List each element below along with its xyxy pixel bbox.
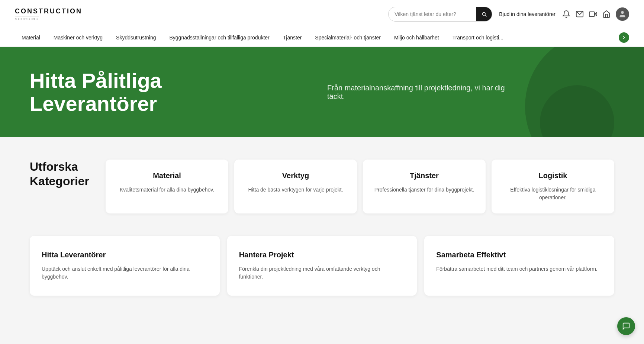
category-card-logistik-desc: Effektiva logistiklösningar för smidiga … [500, 186, 605, 202]
categories-heading: Utforska Kategorier [30, 160, 97, 188]
nav-item-tjanster[interactable]: Tjänster [276, 28, 309, 47]
mail-icon[interactable] [576, 10, 584, 18]
bottom-card-samarbeta[interactable]: Samarbeta Effektivt Förbättra samarbetet… [424, 236, 614, 296]
category-card-material-title: Material [115, 171, 219, 180]
nav-item-skydd[interactable]: Skyddsutrustning [109, 28, 162, 47]
svg-point-3 [621, 11, 624, 13]
nav-item-miljo[interactable]: Miljö och hållbarhet [387, 28, 446, 47]
main-nav: Material Maskiner och verktyg Skyddsutru… [0, 28, 644, 47]
logo: CONSTRUCTION SOURCING [15, 7, 82, 21]
hero-content: Hitta Pålitliga Leverantörer [30, 69, 290, 115]
search-icon [481, 11, 487, 17]
category-card-material[interactable]: Material Kvalitetsmaterial för alla dina… [106, 160, 228, 213]
hero-tagline: Från materialnanskaffning till projektle… [327, 84, 513, 101]
user-icon [618, 10, 627, 18]
logo-subtitle: SOURCING [15, 16, 39, 21]
bottom-card-hantera-desc: Förenkla din projektledning med våra omf… [239, 265, 405, 281]
category-card-tjanster-title: Tjänster [372, 171, 477, 180]
nav-item-special[interactable]: Specialmaterial- och tjänster [308, 28, 387, 47]
category-card-verktyg-desc: Hitta de bästa verktygen för varje proje… [243, 186, 348, 194]
nav-item-bygg[interactable]: Byggnadsställningar och tillfälliga prod… [162, 28, 276, 47]
svg-marker-1 [595, 12, 597, 16]
bottom-card-hitta-desc: Upptäck och anslut enkelt med pålitliga … [42, 265, 208, 281]
category-card-material-desc: Kvalitetsmaterial för alla dina byggbeho… [115, 186, 219, 194]
search-input[interactable] [389, 11, 476, 17]
category-cards: Material Kvalitetsmaterial för alla dina… [106, 160, 614, 213]
bottom-card-hitta[interactable]: Hitta Leverantörer Upptäck och anslut en… [30, 236, 220, 296]
video-icon[interactable] [589, 10, 597, 18]
category-card-tjanster[interactable]: Tjänster Professionella tjänster för din… [363, 160, 486, 213]
hero-section: Hitta Pålitliga Leverantörer Från materi… [0, 47, 644, 137]
nav-items: Material Maskiner och verktyg Skyddsutru… [15, 28, 619, 47]
nav-item-maskiner[interactable]: Maskiner och verktyg [47, 28, 109, 47]
avatar[interactable] [616, 7, 629, 21]
header-right: Bjud in dina leverantörer [388, 7, 629, 22]
header-icons [562, 7, 629, 21]
categories-section: Utforska Kategorier Material Kvalitetsma… [0, 137, 644, 236]
search-bar[interactable] [388, 7, 492, 22]
category-card-logistik[interactable]: Logistik Effektiva logistiklösningar för… [492, 160, 614, 213]
nav-item-transport[interactable]: Transport och logisti... [446, 28, 510, 47]
bottom-card-hitta-title: Hitta Leverantörer [42, 251, 208, 259]
categories-row: Utforska Kategorier Material Kvalitetsma… [30, 160, 614, 213]
category-card-logistik-title: Logistik [500, 171, 605, 180]
hero-title: Hitta Pålitliga Leverantörer [30, 69, 290, 115]
bottom-card-samarbeta-desc: Förbättra samarbetet med ditt team och p… [436, 265, 602, 273]
category-card-verktyg[interactable]: Verktyg Hitta de bästa verktygen för var… [234, 160, 357, 213]
search-button[interactable] [476, 7, 492, 22]
bottom-cards: Hitta Leverantörer Upptäck och anslut en… [30, 236, 614, 296]
bottom-card-samarbeta-title: Samarbeta Effektivt [436, 251, 602, 259]
category-card-tjanster-desc: Professionella tjänster för dina byggpro… [372, 186, 477, 194]
nav-item-material[interactable]: Material [15, 28, 47, 47]
category-card-verktyg-title: Verktyg [243, 171, 348, 180]
chevron-right-icon [621, 35, 627, 40]
categories-title: Utforska Kategorier [30, 160, 97, 188]
invite-link[interactable]: Bjud in dina leverantörer [499, 11, 556, 17]
bottom-card-hantera[interactable]: Hantera Projekt Förenkla din projektledn… [227, 236, 417, 296]
bottom-section: Hitta Leverantörer Upptäck och anslut en… [0, 236, 644, 318]
nav-more-button[interactable] [619, 32, 629, 43]
bell-icon[interactable] [562, 10, 570, 18]
svg-rect-2 [589, 12, 595, 16]
home-icon[interactable] [602, 10, 611, 18]
bottom-card-hantera-title: Hantera Projekt [239, 251, 405, 259]
logo-title: CONSTRUCTION [15, 7, 82, 15]
header: CONSTRUCTION SOURCING Bjud in dina lever… [0, 0, 644, 28]
